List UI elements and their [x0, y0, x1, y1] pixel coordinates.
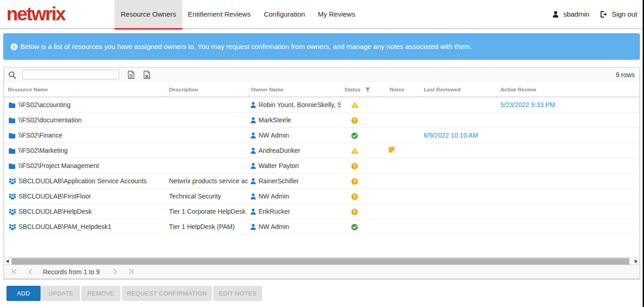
svg-text:?: ?: [353, 209, 356, 215]
svg-text:?: ?: [353, 118, 356, 123]
svg-text:?: ?: [353, 194, 356, 199]
svg-text:?: ?: [353, 163, 356, 169]
svg-text:?: ?: [353, 179, 356, 184]
